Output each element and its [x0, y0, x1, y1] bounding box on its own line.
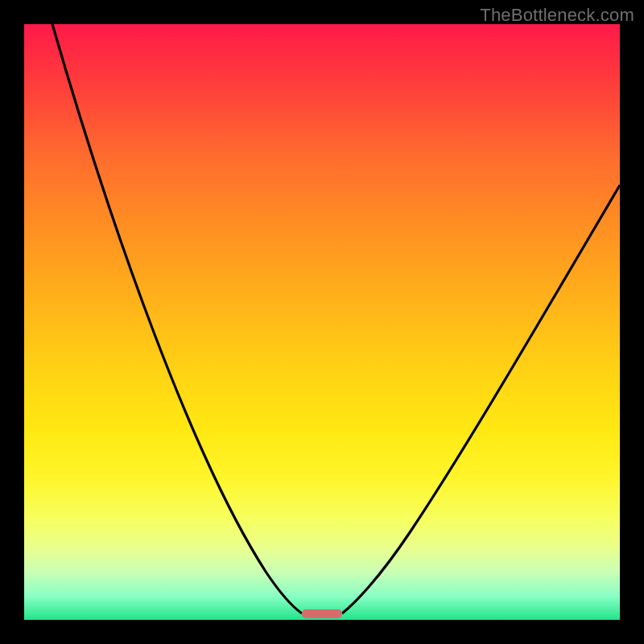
- chart-frame: TheBottleneck.com: [0, 0, 644, 644]
- curve-right: [342, 185, 620, 613]
- plot-area: [24, 24, 620, 620]
- curve-left: [52, 24, 302, 613]
- bottleneck-curves: [24, 24, 620, 620]
- watermark-text: TheBottleneck.com: [480, 5, 634, 26]
- valley-marker: [302, 609, 342, 618]
